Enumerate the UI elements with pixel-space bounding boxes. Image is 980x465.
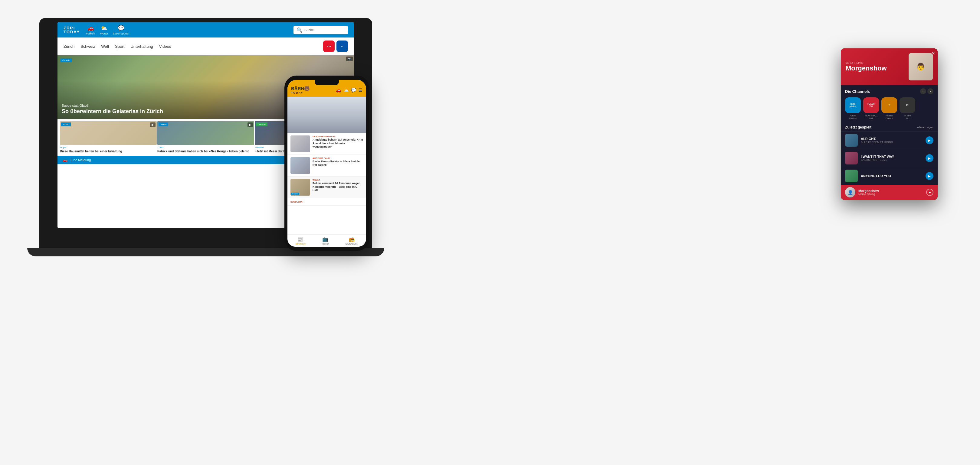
track-2[interactable]: I WANT IT THAT WAY BACKSTREET BOYS ▶ [841, 149, 938, 167]
in-the-m-icon: IN [899, 97, 915, 113]
close-button[interactable]: ✕ [932, 51, 935, 56]
flashba-fm-name: FLASHBA...FM [864, 114, 877, 120]
verkehr-icon-item[interactable]: 🚗 Verkehr [86, 25, 95, 35]
pilatus-charts-name: PilatusCharts [886, 114, 893, 120]
phone-header-icons: 🚗 ⛅ 💬 ☰ [336, 88, 363, 92]
track-thumb-3 [845, 170, 858, 182]
phone-article-content-4: Bundesrat [290, 201, 363, 203]
nav-welt[interactable]: Welt [101, 44, 109, 49]
track-3[interactable]: ANYONE FOR YOU ▶ [841, 167, 938, 185]
now-live-text: JETZT LIVE Morgenshow [846, 61, 905, 72]
hero-text: Suppe statt Glacé So überwintern die Gel… [62, 104, 163, 114]
phone-tab-radiobern-label: RADIO BERN [345, 243, 358, 245]
wetter-icon-item[interactable]: ⛅ Wetter [100, 25, 108, 35]
phone-article-content-1: Des-Alpes-Prozess Angeklagte beharrt auf… [313, 135, 363, 152]
channels-prev-button[interactable]: ‹ [920, 88, 926, 94]
phone-tab-teleban[interactable]: 📺 Teleban [321, 236, 329, 245]
track-play-3[interactable]: ▶ [926, 172, 934, 180]
track-thumb-1 [845, 134, 858, 147]
phone-tab-barntoday[interactable]: 📰 BärnToday [295, 236, 305, 245]
leserreporter-icon-item[interactable]: 💬 Leserreporter [113, 25, 129, 35]
header-icons: 🚗 Verkehr ⛅ Wetter 💬 Leserreporter [86, 25, 129, 35]
host-image: 👨 [908, 53, 933, 81]
channels-nav: ‹ › [920, 88, 934, 94]
leserreporter-label: Leserreporter [113, 32, 129, 35]
flashba-fm-icon: FLASHFM [863, 97, 879, 113]
nav-bar: Zürich Schweiz Welt Sport Unterhaltung V… [57, 38, 354, 56]
article-thumb-1: Video ▶ [60, 121, 157, 145]
search-bar[interactable]: 🔍 [293, 26, 348, 34]
channel-in-the-m[interactable]: IN In TheM [899, 97, 915, 120]
nav-videos[interactable]: Videos [159, 44, 171, 49]
logo: ZÜRI TODAY [64, 26, 80, 34]
phone-article-title-1: Angeklagte beharrt auf Unschuld: «Am Abe… [313, 138, 363, 149]
phone-tab-radiobern[interactable]: 📻 RADIO BERN [345, 236, 358, 245]
current-show-name: Morgenshow [858, 189, 923, 193]
phone-article-4[interactable]: Bundesrat [288, 198, 366, 206]
phone-article-thumb-2 [290, 157, 310, 174]
hero-title: So überwintern die Gelaterias in Zürich [62, 108, 163, 114]
nav-apps: R24 TZ [323, 41, 348, 52]
article-card-2[interactable]: Video ▶ Zürich Patrick und Stefanie habe… [158, 121, 254, 153]
article-thumb-2: Video ▶ [158, 121, 254, 145]
phone-logo: BÄRN🐻 TODAY [291, 86, 310, 94]
channel-flashba-fm[interactable]: FLASHFM FLASHBA...FM [863, 97, 879, 120]
nav-schweiz[interactable]: Schweiz [81, 44, 95, 49]
phone-article-1[interactable]: Des-Alpes-Prozess Angeklagte beharrt auf… [288, 133, 366, 155]
channels-next-button[interactable]: › [928, 88, 934, 94]
ticker-text: Eine Meldung [70, 158, 91, 162]
search-icon: 🔍 [296, 27, 302, 33]
track-info-3: ANYONE FOR YOU [861, 174, 923, 178]
hero-camera-icon: 📷 [346, 57, 353, 61]
track-artist-1: ALLE FARBEN FT. KIDDO [861, 141, 923, 144]
article-play-2: ▶ [248, 122, 253, 127]
verkehr-icon: 🚗 [88, 25, 94, 32]
phone-article-thumb-1 [290, 135, 310, 152]
phone-tab-bar: 📰 BärnToday 📺 Teleban 📻 RADIO BERN [288, 234, 366, 247]
wetter-icon: ⛅ [101, 25, 107, 32]
nav-unterhaltung[interactable]: Unterhaltung [130, 44, 153, 49]
now-live-section: JETZT LIVE Morgenshow 👨 [841, 48, 938, 85]
article-tag-2: Video [159, 122, 168, 126]
track-1[interactable]: ALRIGHT. ALLE FARBEN FT. KIDDO ▶ [841, 131, 938, 149]
article-tag-3: Galerie [256, 122, 267, 126]
phone-article-2[interactable]: Auf Ende Jahr Bieler Finanzdirektorin Si… [288, 155, 366, 176]
track-title-2: I WANT IT THAT WAY [861, 155, 923, 159]
phone-article-cat-2: Auf Ende Jahr [313, 157, 363, 159]
track-title-1: ALRIGHT. [861, 137, 923, 141]
telezuri-badge[interactable]: TZ [336, 41, 348, 52]
article-tag-1: Video [61, 122, 71, 126]
hero-subtitle: Suppe statt Glacé [62, 104, 163, 107]
phone-tab-barntoday-icon: 📰 [298, 236, 304, 242]
channel-pilatus-charts[interactable]: 🏆 PilatusCharts [881, 97, 897, 120]
pilatus-charts-icon: 🏆 [881, 97, 897, 113]
phone-menu-icon[interactable]: ☰ [358, 88, 363, 92]
scene: ZÜRI TODAY 🚗 Verkehr ⛅ Wetter [0, 0, 980, 465]
nav-zurich[interactable]: Zürich [64, 44, 75, 49]
track-play-2[interactable]: ▶ [926, 154, 934, 162]
phone-logo-line1: BÄRN🐻 [291, 86, 310, 91]
search-input[interactable] [304, 28, 345, 32]
phone-car-icon: 🚗 [336, 88, 341, 92]
phone-screen: BÄRN🐻 TODAY 🚗 ⛅ 💬 ☰ [288, 80, 366, 247]
track-play-1[interactable]: ▶ [926, 136, 934, 144]
phone-article-3[interactable]: Galerie Wault Polizei vernimmt 96 Person… [288, 176, 366, 198]
channels-row: radiopilatus RadioPilatus FLASHFM FLASHB… [841, 96, 938, 123]
nav-sport[interactable]: Sport [115, 44, 124, 49]
track-thumb-2 [845, 152, 858, 165]
channels-title: Die Channels [845, 89, 870, 94]
phone-article-cat-3: Wault [313, 179, 363, 181]
recently-played-header: Zuletzt gespielt Alle anzeigen [841, 123, 938, 131]
recently-played-title: Zuletzt gespielt [845, 125, 871, 129]
phone: BÄRN🐻 TODAY 🚗 ⛅ 💬 ☰ [285, 76, 369, 251]
channel-radio-pilatus[interactable]: radiopilatus RadioPilatus [845, 97, 861, 120]
radio24-badge[interactable]: R24 [323, 41, 335, 52]
article-label-1: Tipps [60, 146, 157, 149]
phone-hero-image [288, 97, 366, 133]
see-all-button[interactable]: Alle anzeigen [917, 126, 934, 129]
article-card-1[interactable]: Video ▶ Tipps Diese Hausmittel helfen be… [60, 121, 157, 153]
site-header: ZÜRI TODAY 🚗 Verkehr ⛅ Wetter [57, 22, 354, 38]
telezuri-icon: TZ [341, 45, 344, 48]
radio24-icon: R24 [327, 45, 331, 48]
show-play-button[interactable]: ▶ [926, 189, 934, 196]
